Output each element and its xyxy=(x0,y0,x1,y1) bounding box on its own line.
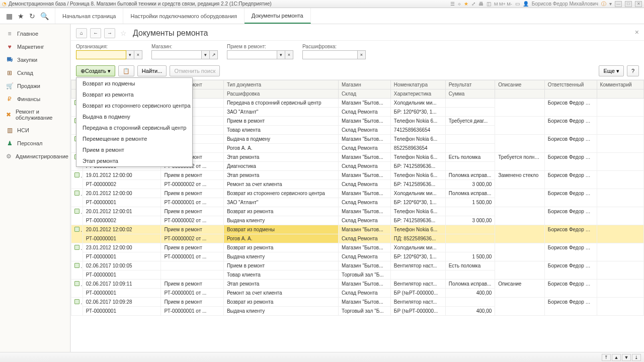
column-header[interactable] xyxy=(544,89,597,99)
table-row[interactable]: 02.06.2017 10:00:05Прием в ремонтМагазин… xyxy=(71,261,644,270)
toolbar-icon[interactable]: ▭ xyxy=(515,1,520,7)
grid-icon[interactable]: ▦ xyxy=(6,12,13,20)
sidebar-item[interactable]: ♟Персонал xyxy=(0,137,70,150)
sidebar-item[interactable]: ▥НСИ xyxy=(0,124,70,137)
scroll-up-button[interactable]: ▲ xyxy=(612,354,621,361)
table-row[interactable]: 19.01.2012 12:00:00Прием в ремонтЭтап ре… xyxy=(71,171,644,180)
dropdown-item[interactable]: Возврат из стороннего сервисного центра xyxy=(76,100,192,111)
dropdown-item[interactable]: Перемещение в ремонте xyxy=(76,133,192,144)
open-button[interactable]: ↗ xyxy=(210,50,218,59)
create-button[interactable]: ⊕ Создать ▾ xyxy=(76,65,115,76)
sidebar-item[interactable]: 🛒Продажи xyxy=(0,79,70,93)
toolbar-icon[interactable]: ⤢ xyxy=(471,1,475,7)
forward-button[interactable]: → xyxy=(104,28,115,38)
dropdown-item[interactable]: Передача в сторонний сервисный центр xyxy=(76,122,192,133)
table-row[interactable]: 20.01.2012 12:00:02Прием в ремонтВозврат… xyxy=(71,225,644,234)
dropdown-item[interactable]: Выдача в подмену xyxy=(76,111,192,122)
toolbar-icon[interactable]: ◫ xyxy=(487,1,491,7)
history-icon[interactable]: ↻ xyxy=(29,12,35,20)
column-header[interactable] xyxy=(495,89,545,99)
sidebar-item[interactable]: ⊞Склад xyxy=(0,66,70,79)
back-button[interactable]: ← xyxy=(90,28,101,38)
close-tab-button[interactable]: × xyxy=(635,28,639,36)
scroll-bottom-button[interactable]: ⤓ xyxy=(632,354,641,361)
column-header[interactable]: Расшифровка xyxy=(223,89,338,99)
table-row[interactable]: 02.06.2017 10:09:28Прием в ремонтВозврат… xyxy=(71,298,644,307)
window-title: Демонстрационная база / Розница 8. Магаз… xyxy=(9,1,272,7)
star-icon[interactable]: ★ xyxy=(464,1,468,7)
column-header[interactable]: Тип документа xyxy=(223,80,338,89)
toolbar-icon[interactable]: 🖶 xyxy=(478,1,484,7)
filter-decode-input[interactable] xyxy=(302,50,358,59)
tab-equipment-settings[interactable]: Настройки подключаемого оборудования xyxy=(123,8,244,24)
clear-button[interactable]: × xyxy=(134,50,142,59)
help-button[interactable]: ? xyxy=(627,65,639,76)
table-row[interactable]: 02.06.2017 10:09:11Прием в ремонтЭтап ре… xyxy=(71,280,644,289)
copy-button[interactable]: 📋 xyxy=(118,65,134,76)
sidebar-icon: ♥ xyxy=(6,43,13,50)
sidebar-item[interactable]: ⛟Закупки xyxy=(0,53,70,66)
sidebar-item[interactable]: ≡Главное xyxy=(0,27,70,40)
sidebar-label: Главное xyxy=(17,31,38,37)
close-button[interactable]: ✕ xyxy=(635,1,642,7)
column-header[interactable]: Склад xyxy=(339,89,391,99)
dropdown-icon[interactable]: ▾ xyxy=(609,1,612,7)
column-header[interactable] xyxy=(597,89,643,99)
column-header[interactable]: Описание xyxy=(495,80,545,89)
column-header[interactable]: Комментарий xyxy=(597,80,643,89)
clear-button[interactable]: × xyxy=(358,50,366,59)
document-icon xyxy=(74,191,79,196)
dropdown-item[interactable]: Возврат из подмены xyxy=(76,78,192,89)
table-row[interactable]: 20.01.2012 12:00:01Прием в ремонтВозврат… xyxy=(71,207,644,216)
more-button[interactable]: Еще ▾ xyxy=(599,65,623,76)
sidebar-label: Администрирование xyxy=(16,153,68,159)
filter-org-input[interactable] xyxy=(76,50,126,59)
clear-button[interactable]: × xyxy=(285,50,293,59)
info-icon[interactable]: ⓘ xyxy=(601,1,606,8)
sidebar-item[interactable]: ♥Маркетинг xyxy=(0,40,70,53)
scroll-down-button[interactable]: ▼ xyxy=(622,354,631,361)
sidebar-icon: ♟ xyxy=(6,140,13,147)
toolbar-icon[interactable]: ⟐ xyxy=(458,1,461,7)
dropdown-button[interactable]: ▾ xyxy=(202,50,210,59)
document-icon xyxy=(74,245,79,250)
filter-store-input[interactable] xyxy=(151,50,202,59)
scroll-top-button[interactable]: ⤒ xyxy=(602,354,611,361)
column-header[interactable]: Характеристика xyxy=(390,89,445,99)
sidebar-item[interactable]: ⚙Администрирование xyxy=(0,150,70,163)
user-name[interactable]: Борисов Федор Михайлович xyxy=(532,1,598,7)
dropdown-button[interactable]: ▾ xyxy=(126,50,134,59)
sidebar-item[interactable]: ✖Ремонт и обслуживание xyxy=(0,106,70,124)
sidebar-item[interactable]: ₽Финансы xyxy=(0,93,70,106)
document-icon xyxy=(74,227,79,232)
dropdown-button[interactable]: ▾ xyxy=(277,50,285,59)
column-header[interactable]: Результат xyxy=(445,80,495,89)
home-button[interactable]: ⌂ xyxy=(76,28,87,38)
table-row[interactable]: 23.01.2012 12:00:00Прием в ремонтВозврат… xyxy=(71,243,644,252)
tab-repair-docs[interactable]: Документы ремонта xyxy=(245,8,311,24)
minimize-button[interactable]: — xyxy=(615,1,622,7)
dropdown-item[interactable]: Этап ремонта xyxy=(76,155,192,166)
favorite-icon[interactable]: ☆ xyxy=(120,29,127,37)
sidebar-icon: ⛟ xyxy=(6,56,13,63)
create-dropdown: Возврат из подменыВозврат из ремонтаВозв… xyxy=(76,77,193,167)
tab-start[interactable]: Начальная страница xyxy=(55,8,123,24)
filter-intake-input[interactable] xyxy=(227,50,277,59)
maximize-button[interactable]: □ xyxy=(625,1,632,7)
column-header[interactable]: Номенклатура xyxy=(390,80,445,89)
sidebar-icon: ✖ xyxy=(6,111,12,118)
sidebar-label: Ремонт и обслуживание xyxy=(16,109,64,121)
table-row[interactable]: 20.01.2012 12:00:00Прием в ремонтВозврат… xyxy=(71,189,644,198)
dropdown-item[interactable]: Возврат из ремонта xyxy=(76,89,192,100)
filter-intake-label: Прием в ремонт: xyxy=(227,44,293,49)
dropdown-item[interactable]: Прием в ремонт xyxy=(76,144,192,155)
column-header[interactable]: Ответственный xyxy=(544,80,597,89)
cancel-search-button[interactable]: Отменить поиск xyxy=(170,65,220,76)
toolbar-icon[interactable]: ☰ xyxy=(450,1,455,7)
column-header[interactable]: Сумма xyxy=(445,89,495,99)
search-icon[interactable]: 🔍 xyxy=(40,12,49,20)
sidebar: ≡Главное♥Маркетинг⛟Закупки⊞Склад🛒Продажи… xyxy=(0,24,70,352)
column-header[interactable]: Магазин xyxy=(339,80,391,89)
star-icon[interactable]: ★ xyxy=(18,12,24,20)
find-button[interactable]: Найти... xyxy=(137,65,167,76)
